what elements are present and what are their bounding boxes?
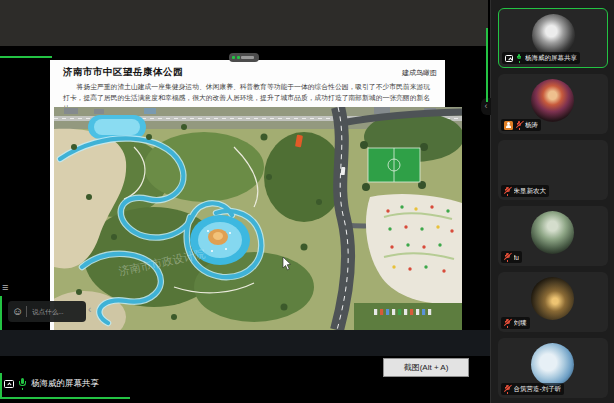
chat-input[interactable] xyxy=(30,307,82,316)
participant-label: fu xyxy=(501,251,522,263)
participant-tile[interactable]: 杨海威的屏幕共享 xyxy=(498,8,608,68)
status-green-dot xyxy=(232,56,235,59)
screen-share-icon xyxy=(4,380,14,388)
participant-label: 朱垦新农大 xyxy=(501,185,549,197)
participant-label: 杨海威的屏幕共享 xyxy=(502,52,580,64)
capture-border-left xyxy=(0,373,2,399)
top-strip xyxy=(0,0,488,46)
menu-icon[interactable]: ≡ xyxy=(2,282,8,293)
screenshot-shortcut-button[interactable]: 截图(Alt + A) xyxy=(383,358,469,377)
capture-border-bottom xyxy=(0,397,130,399)
mic-muted-icon xyxy=(504,253,511,262)
capture-border-left xyxy=(0,296,2,330)
participant-name: 朱垦新农大 xyxy=(514,187,547,196)
emoji-icon[interactable]: ☺ xyxy=(12,306,23,317)
slide-caption: 建成鸟瞰图 xyxy=(402,68,437,78)
participant-name: 合筑营造-刘子昕 xyxy=(514,385,562,394)
mic-on-icon xyxy=(18,378,27,390)
status-text-bar xyxy=(241,56,254,59)
chat-collapse-icon[interactable]: ‹ xyxy=(88,305,91,315)
park-aerial-map: 济南市市政设计院 xyxy=(54,107,462,330)
meeting-desktop: 济南市市中区望岳康体公园 建成鸟瞰图 将扬尘严重的渣土山建成一座集健身运动、休闲… xyxy=(0,0,614,403)
participant-label: 合筑营造-刘子昕 xyxy=(501,383,564,395)
divider xyxy=(26,306,27,317)
capture-border-right xyxy=(486,28,488,102)
map-parking xyxy=(354,303,462,330)
chat-bar: ☺ xyxy=(8,301,86,322)
participant-name: fu xyxy=(514,254,519,261)
status-green-dot xyxy=(237,56,240,59)
mic-muted-icon xyxy=(504,385,511,394)
slide-title: 济南市市中区望岳康体公园 xyxy=(63,66,183,79)
avatar xyxy=(531,79,574,122)
participant-tile[interactable]: 朱垦新农大 xyxy=(498,140,608,200)
participant-name: 刘臻 xyxy=(514,319,527,328)
participant-tile[interactable]: fu xyxy=(498,206,608,266)
avatar xyxy=(531,343,574,386)
participant-tile[interactable]: 合筑营造-刘子昕 xyxy=(498,338,608,398)
sharer-name: 杨海威的屏幕共享 xyxy=(31,378,99,390)
avatar xyxy=(531,211,574,254)
mic-muted-icon xyxy=(504,319,511,328)
participant-label: 刘臻 xyxy=(501,317,530,329)
avatar xyxy=(532,14,575,57)
participants-sidebar: 杨海威的屏幕共享 杨涛 朱垦新农大 fu xyxy=(490,0,614,403)
mic-muted-icon xyxy=(504,187,511,196)
capture-border-top xyxy=(0,56,52,58)
participant-name: 杨海威的屏幕共享 xyxy=(525,54,577,63)
screen-share-banner: 杨海威的屏幕共享 xyxy=(4,378,99,390)
person-badge-icon xyxy=(504,121,513,130)
participant-name: 杨涛 xyxy=(525,121,538,130)
participant-label: 杨涛 xyxy=(501,119,541,131)
participant-tile[interactable]: 刘臻 xyxy=(498,272,608,332)
shared-slide: 济南市市中区望岳康体公园 建成鸟瞰图 将扬尘严重的渣土山建成一座集健身运动、休闲… xyxy=(50,60,445,332)
mic-muted-icon xyxy=(516,121,523,130)
avatar xyxy=(531,145,574,188)
screen-share-icon xyxy=(505,55,513,62)
participant-tile[interactable]: 杨涛 xyxy=(498,74,608,134)
mic-on-icon xyxy=(516,54,523,63)
recording-indicator-pill xyxy=(229,53,259,62)
avatar xyxy=(531,277,574,320)
